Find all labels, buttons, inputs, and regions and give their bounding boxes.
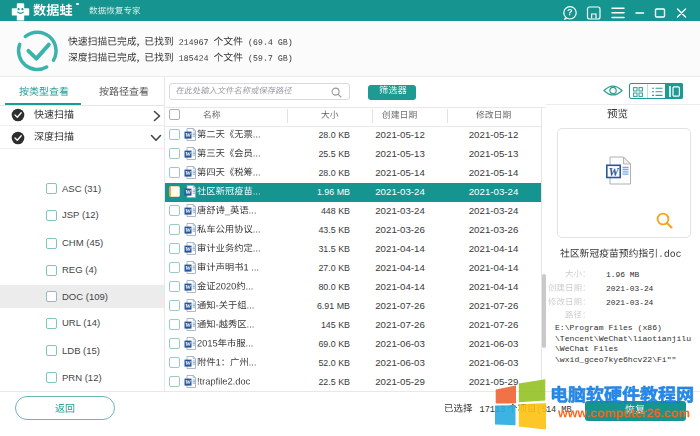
- svg-text:W: W: [185, 303, 192, 310]
- svg-text:W: W: [185, 284, 192, 291]
- svg-text:W: W: [185, 227, 192, 234]
- svg-text:W: W: [185, 265, 192, 272]
- svg-text:W: W: [185, 170, 192, 177]
- svg-text:W: W: [608, 166, 619, 178]
- svg-text:W: W: [185, 151, 192, 158]
- svg-text:W: W: [185, 322, 192, 329]
- svg-text:W: W: [185, 189, 192, 196]
- svg-text:W: W: [185, 246, 192, 253]
- svg-text:W: W: [185, 379, 192, 386]
- svg-text:W: W: [185, 132, 192, 139]
- svg-text:W: W: [185, 360, 192, 367]
- svg-text:W: W: [185, 341, 192, 348]
- svg-text:W: W: [185, 208, 192, 215]
